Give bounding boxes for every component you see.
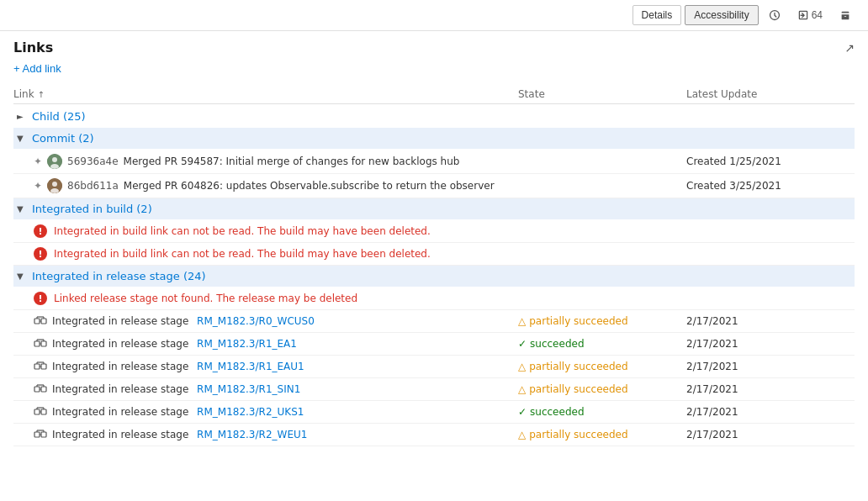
chevron-down-icon-2: ▼ — [17, 204, 27, 214]
links-button[interactable]: 64 — [791, 5, 829, 25]
warning-icon-1: △ — [518, 315, 526, 327]
release-date-4: 2/17/2021 — [686, 383, 855, 395]
group-child-label: Child (25) — [32, 110, 86, 123]
error-icon-2: ! — [34, 247, 47, 261]
release-stage-icon-2 — [34, 337, 47, 351]
release-link-cell-5: Integrated in release stage RM_M182.3/R2… — [34, 405, 518, 419]
expand-button[interactable]: ↗ — [844, 41, 855, 55]
commit-link-cell-2: ✦ 86bd611a Merged PR 604826: updates Obs… — [34, 178, 518, 193]
main-content: Links ↗ + Add link Link ↑ State Latest U… — [0, 31, 868, 495]
sort-arrow: ↑ — [38, 90, 45, 99]
accessibility-button[interactable]: Accessibility — [685, 5, 758, 25]
commit-date: Created 1/25/2021 — [686, 156, 855, 167]
col-latest-update: Latest Update — [686, 88, 855, 100]
add-link-button[interactable]: + Add link — [13, 62, 61, 75]
release-link-1[interactable]: RM_M182.3/R0_WCUS0 — [197, 315, 315, 327]
list-item: ! Integrated in build link can not be re… — [13, 243, 855, 266]
release-prefix-5: Integrated in release stage — [52, 406, 192, 418]
group-commit[interactable]: ▼ Commit (2) — [13, 128, 855, 149]
commit-icon-2: ✦ — [34, 180, 42, 192]
build-error-1: Integrated in build link can not be read… — [54, 225, 431, 237]
links-count: 64 — [812, 9, 823, 21]
warning-icon-3: △ — [518, 383, 526, 395]
release-error: Linked release stage not found. The rele… — [54, 293, 357, 304]
list-item: ! Integrated in build link can not be re… — [13, 220, 855, 243]
commit-date-2: Created 3/25/2021 — [686, 180, 855, 192]
commit-link-cell: ✦ 56936a4e Merged PR 594587: Initial mer… — [34, 154, 518, 169]
links-title: Links — [13, 40, 53, 55]
svg-rect-6 — [34, 319, 40, 324]
svg-point-5 — [50, 188, 59, 193]
table-row: ✦ 56936a4e Merged PR 594587: Initial mer… — [13, 150, 855, 174]
release-link-cell-2: Integrated in release stage RM_M182.3/R1… — [34, 337, 518, 351]
details-button[interactable]: Details — [632, 5, 682, 25]
table-row: Integrated in release stage RM_M182.3/R1… — [13, 333, 855, 356]
release-link-3[interactable]: RM_M182.3/R1_EAU1 — [197, 361, 304, 372]
error-icon: ! — [34, 224, 47, 238]
status-badge-success-1: ✓ succeeded — [518, 338, 686, 350]
commit-text-2: Merged PR 604826: updates Observable.sub… — [124, 180, 495, 192]
svg-rect-13 — [41, 341, 46, 346]
release-link-cell-6: Integrated in release stage RM_M182.3/R2… — [34, 428, 518, 441]
check-icon-2: ✓ — [518, 406, 527, 418]
attachment-button[interactable] — [833, 5, 858, 25]
chevron-right-icon: ► — [17, 112, 27, 121]
release-link-cell-3: Integrated in release stage RM_M182.3/R1… — [34, 360, 518, 373]
release-link-6[interactable]: RM_M182.3/R2_WEU1 — [197, 429, 307, 440]
release-prefix-3: Integrated in release stage — [52, 361, 192, 372]
links-list[interactable]: ► Child (25) ▼ Commit (2) ✦ 56936a4e Mer… — [13, 106, 855, 486]
svg-rect-37 — [41, 432, 46, 437]
check-icon-1: ✓ — [518, 338, 527, 350]
group-child[interactable]: ► Child (25) — [13, 106, 855, 127]
chevron-down-icon: ▼ — [17, 134, 27, 143]
release-link-2[interactable]: RM_M182.3/R1_EA1 — [197, 338, 297, 350]
release-prefix-4: Integrated in release stage — [52, 383, 192, 395]
table-row: Integrated in release stage RM_M182.3/R2… — [13, 424, 855, 446]
svg-rect-24 — [34, 387, 40, 392]
release-stage-icon-5 — [34, 405, 47, 419]
release-date-1: 2/17/2021 — [686, 315, 855, 327]
group-integrated-build[interactable]: ▼ Integrated in build (2) — [13, 198, 855, 219]
link-icon — [797, 9, 809, 21]
commit-hash: 56936a4e — [67, 156, 119, 167]
release-prefix-6: Integrated in release stage — [52, 429, 192, 440]
release-link-4[interactable]: RM_M182.3/R1_SIN1 — [197, 383, 300, 395]
group-commit-label: Commit (2) — [32, 132, 94, 145]
top-toolbar: Details Accessibility 64 — [0, 0, 868, 31]
status-badge-partial-1: △ partially succeeded — [518, 315, 686, 327]
release-stage-icon — [34, 314, 47, 328]
commit-text: Merged PR 594587: Initial merge of chang… — [124, 156, 460, 167]
warning-icon-2: △ — [518, 361, 526, 372]
release-error-icon: ! — [34, 292, 47, 305]
avatar — [47, 154, 62, 169]
group-build-label: Integrated in build (2) — [32, 203, 152, 215]
status-badge-partial-2: △ partially succeeded — [518, 361, 686, 372]
release-stage-icon-6 — [34, 428, 47, 441]
group-release-label: Integrated in release stage (24) — [32, 270, 206, 282]
svg-rect-25 — [41, 387, 46, 392]
table-row: Integrated in release stage RM_M182.3/R2… — [13, 401, 855, 424]
release-link-5[interactable]: RM_M182.3/R2_UKS1 — [197, 406, 304, 418]
svg-rect-19 — [41, 364, 46, 369]
col-state: State — [518, 88, 686, 100]
release-prefix-2: Integrated in release stage — [52, 338, 192, 350]
group-release-stage[interactable]: ▼ Integrated in release stage (24) — [13, 266, 855, 287]
avatar-2 — [47, 178, 62, 193]
svg-rect-7 — [41, 319, 46, 324]
build-error-2: Integrated in build link can not be read… — [54, 248, 431, 260]
svg-point-2 — [50, 164, 59, 169]
release-date-3: 2/17/2021 — [686, 361, 855, 372]
history-button[interactable] — [762, 5, 787, 25]
svg-rect-12 — [34, 341, 40, 346]
warning-icon-4: △ — [518, 429, 526, 440]
history-icon — [769, 9, 781, 21]
commit-hash-2: 86bd611a — [67, 180, 119, 192]
svg-rect-31 — [41, 409, 46, 414]
chevron-down-icon-3: ▼ — [17, 272, 27, 281]
release-stage-icon-3 — [34, 360, 47, 373]
release-date-5: 2/17/2021 — [686, 406, 855, 418]
attachment-icon — [839, 9, 851, 21]
status-badge-partial-4: △ partially succeeded — [518, 429, 686, 440]
status-badge-partial-3: △ partially succeeded — [518, 383, 686, 395]
column-headers: Link ↑ State Latest Update — [13, 85, 855, 104]
